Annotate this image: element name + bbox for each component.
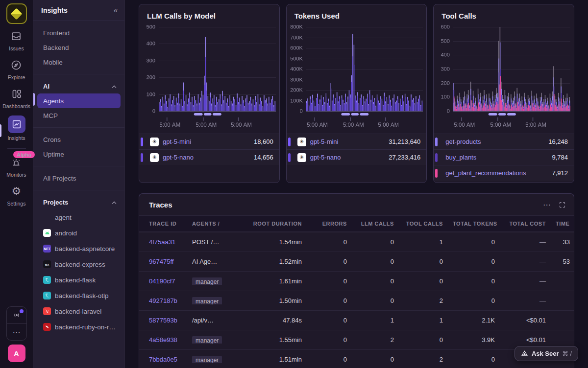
- total-tokens-cell: 0: [448, 297, 500, 304]
- express-icon: ex: [43, 260, 51, 268]
- errors-cell: 0: [307, 317, 352, 324]
- nav-insights[interactable]: Insights: [7, 115, 25, 141]
- llm-calls-cell: 0: [352, 258, 399, 265]
- llm-calls-chart[interactable]: [139, 22, 279, 134]
- legend-model-link[interactable]: gpt-5-mini: [163, 138, 254, 145]
- tool-calls-cell: 1: [399, 238, 448, 246]
- chevron-up-icon: [112, 199, 117, 206]
- trace-row[interactable]: 7bbda0e5 manager 1.51min 0 0 2 0 —: [139, 349, 574, 368]
- openai-icon: ✳: [150, 138, 159, 146]
- sidebar-section-ai[interactable]: AI: [33, 79, 124, 93]
- col-llm-calls[interactable]: LLM CALLS: [352, 221, 399, 227]
- nav-issues[interactable]: Issues: [9, 29, 24, 51]
- sidebar-item-uptime[interactable]: Uptime: [33, 147, 124, 161]
- root-duration-cell: 1.55min: [242, 336, 307, 344]
- series-swatch: [141, 138, 143, 146]
- tokens-used-chart[interactable]: [287, 22, 427, 134]
- sentry-logo[interactable]: [6, 3, 27, 24]
- sidebar-divider: [33, 166, 124, 166]
- openai-icon: ✳: [297, 138, 306, 146]
- sidebar-section-projects[interactable]: Projects: [33, 195, 124, 209]
- legend-model-link[interactable]: gpt-5-mini: [310, 138, 389, 145]
- collapse-sidebar-icon[interactable]: «: [114, 6, 118, 14]
- trace-id-link[interactable]: 4927187b: [139, 297, 187, 304]
- project-item-backend-flask-otlp[interactable]: backend-flask-otlp: [33, 288, 124, 303]
- legend-tool-link[interactable]: buy_plants: [445, 154, 552, 161]
- root-duration-cell: 47.84s: [242, 317, 307, 324]
- legend-model-link[interactable]: gpt-5-nano: [310, 154, 389, 161]
- trace-row[interactable]: 4f75aa31 POST /… 1.54min 0 0 1 0 — 33: [139, 232, 574, 252]
- sidebar-item-agents[interactable]: Agents: [37, 93, 121, 108]
- more-menu-button[interactable]: ⋯: [7, 323, 26, 340]
- series-swatch: [435, 169, 438, 178]
- project-item-backend-laravel[interactable]: backend-laravel: [33, 303, 124, 319]
- col-total-cost[interactable]: TOTAL COST: [500, 221, 551, 227]
- nav-dashboards[interactable]: Dashboards: [2, 87, 30, 109]
- trace-id-link[interactable]: 04190cf7: [139, 277, 187, 285]
- col-root-duration[interactable]: ROOT DURATION: [242, 221, 307, 227]
- ask-seer-button[interactable]: Ask Seer ⌘ /: [514, 346, 578, 361]
- tokens-used-title: Tokens Used: [287, 4, 427, 22]
- trace-id-link[interactable]: 4a58e938: [139, 336, 187, 344]
- total-cost-cell: —: [500, 277, 551, 285]
- traces-expand-button[interactable]: [559, 201, 566, 208]
- trace-id-link[interactable]: 7bbda0e5: [139, 356, 187, 363]
- project-item-android[interactable]: android: [33, 225, 124, 241]
- total-tokens-cell: 2.1K: [448, 317, 500, 324]
- tool-calls-chart[interactable]: [434, 22, 574, 134]
- project-item-backend-aspnetcore[interactable]: NET backend-aspnetcore: [33, 241, 124, 256]
- col-total-tokens[interactable]: TOTAL TOKENS: [448, 221, 500, 227]
- col-time[interactable]: TIME: [551, 221, 574, 227]
- whats-new-button[interactable]: [7, 307, 26, 323]
- trace-row[interactable]: 4927187b manager 1.50min 0 0 2 0 —: [139, 291, 574, 310]
- trace-row[interactable]: 967475ff AI Age… 1.52min 0 0 0 0 — 53: [139, 252, 574, 271]
- selected-item-edge-indicator: [33, 93, 35, 106]
- trace-id-link[interactable]: 5877593b: [139, 317, 187, 324]
- trace-id-link[interactable]: 967475ff: [139, 258, 187, 265]
- legend-tool-link[interactable]: get-products: [445, 138, 548, 145]
- legend-row: ✳ gpt-5-nano 27,233,416: [287, 149, 427, 165]
- sidebar-item-backend[interactable]: Backend: [33, 40, 124, 55]
- trace-row[interactable]: 04190cf7 manager 1.61min 0 0 0 0 —: [139, 271, 574, 291]
- nav-monitors[interactable]: Alpha Monitors: [6, 155, 26, 178]
- sidebar-item-mcp[interactable]: MCP: [33, 108, 124, 123]
- nav-settings-label: Settings: [7, 201, 26, 207]
- nav-explore[interactable]: Explore: [8, 58, 25, 80]
- project-item-backend-flask[interactable]: backend-flask: [33, 272, 124, 288]
- col-agents[interactable]: AGENTS /: [187, 221, 242, 227]
- notification-dot: [20, 309, 24, 313]
- time-cell[interactable]: 53: [563, 258, 570, 265]
- nav-rail: Issues Explore Dashboards Insights Alpha…: [0, 0, 33, 368]
- ask-seer-label: Ask Seer: [532, 350, 559, 357]
- legend-model-link[interactable]: gpt-5-nano: [163, 154, 254, 161]
- sidebar-item-all-projects[interactable]: All Projects: [33, 171, 124, 185]
- seer-icon: [521, 350, 528, 357]
- project-item-backend-express[interactable]: ex backend-express: [33, 256, 124, 272]
- user-avatar[interactable]: A: [8, 345, 25, 362]
- total-cost-cell: —: [500, 258, 551, 265]
- sidebar-item-frontend[interactable]: Frontend: [33, 25, 124, 40]
- traces-more-button[interactable]: ⋯: [543, 200, 551, 209]
- total-tokens-cell: 0: [448, 277, 500, 285]
- trace-row[interactable]: 4a58e938 manager 1.55min 0 2 0 3.9K <$0.…: [139, 330, 574, 349]
- sidebar-item-mobile[interactable]: Mobile: [33, 55, 124, 69]
- dashboards-grid-icon: [9, 87, 24, 101]
- openai-icon: ✳: [150, 153, 159, 162]
- project-item-backend-ruby-on-rails[interactable]: backend-ruby-on-r…: [33, 319, 124, 335]
- time-cell[interactable]: 33: [563, 238, 570, 246]
- ruby-icon: [43, 323, 51, 331]
- nav-settings[interactable]: ⚙ Settings: [7, 184, 26, 207]
- col-errors[interactable]: ERRORS: [307, 221, 352, 227]
- col-trace-id[interactable]: TRACE ID: [139, 221, 187, 227]
- agent-chip: manager: [192, 336, 222, 344]
- trace-row[interactable]: 5877593b /api/v… 47.84s 0 1 1 2.1K <$0.0…: [139, 310, 574, 330]
- trace-id-link[interactable]: 4f75aa31: [139, 238, 187, 246]
- legend-value: 9,784: [552, 154, 568, 161]
- col-tool-calls[interactable]: TOOL CALLS: [399, 221, 448, 227]
- tool-calls-title: Tool Calls: [434, 4, 574, 22]
- llm-calls-cell: 1: [352, 317, 399, 324]
- project-item-agent[interactable]: agent: [33, 209, 124, 225]
- legend-tool-link[interactable]: get_plant_recommendations: [445, 169, 552, 177]
- sidebar-item-crons[interactable]: Crons: [33, 132, 124, 147]
- ask-seer-shortcut: ⌘ /: [563, 350, 572, 357]
